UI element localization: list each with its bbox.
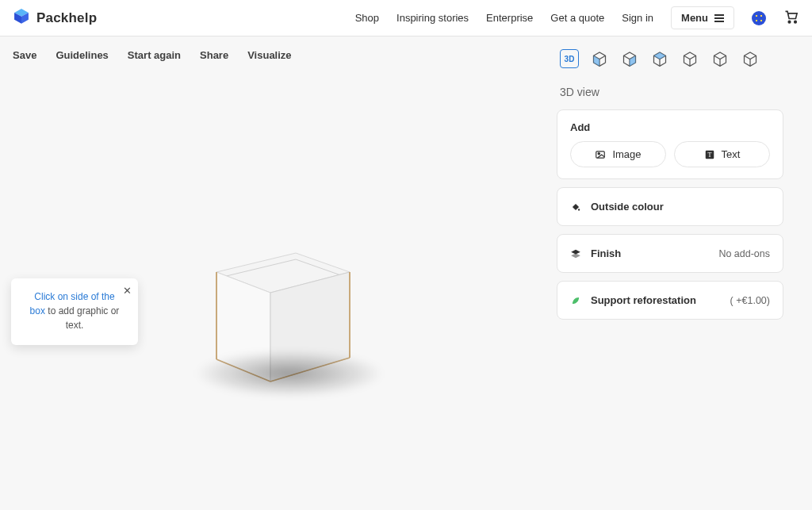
view-tab-left[interactable] <box>650 49 669 68</box>
hint-tooltip: ✕ Click on side of the box to add graphi… <box>11 278 138 345</box>
view-section-title: 3D view <box>560 86 783 98</box>
view-tab-back[interactable] <box>620 49 639 68</box>
view-tab-bottom[interactable] <box>741 49 760 68</box>
box-logo-icon <box>13 7 30 29</box>
view-tab-3d[interactable]: 3D <box>560 49 579 68</box>
editor-toolbar: Save Guidelines Start again Share Visual… <box>0 36 304 74</box>
reforestation-value: ( +€1.00) <box>730 295 770 306</box>
finish-label: Finish <box>591 247 709 259</box>
svg-point-33 <box>578 209 580 210</box>
svg-marker-22 <box>654 52 666 59</box>
add-text-label: Text <box>722 148 741 160</box>
svg-point-3 <box>788 21 791 22</box>
svg-point-4 <box>795 21 797 22</box>
region-eu-icon[interactable] <box>752 11 766 25</box>
view-tab-3d-label: 3D <box>565 55 575 63</box>
outside-colour-label: Outside colour <box>591 201 770 213</box>
paint-bucket-icon <box>570 201 581 213</box>
close-icon[interactable]: ✕ <box>123 283 132 299</box>
menu-button-label: Menu <box>681 12 708 24</box>
view-tab-top[interactable] <box>710 49 730 68</box>
toolbar-save[interactable]: Save <box>13 49 36 61</box>
toolbar-start-again[interactable]: Start again <box>128 49 181 61</box>
nav-shop[interactable]: Shop <box>355 12 379 24</box>
svg-point-30 <box>599 152 600 154</box>
finish-row[interactable]: Finish No add-ons <box>557 234 783 273</box>
nav-get-a-quote[interactable]: Get a quote <box>550 12 604 24</box>
view-tabs: 3D <box>557 49 783 68</box>
brand-name: Packhelp <box>36 10 97 26</box>
toolbar-share[interactable]: Share <box>200 49 228 61</box>
svg-marker-35 <box>571 253 580 258</box>
add-image-label: Image <box>612 148 641 160</box>
add-heading: Add <box>570 121 770 133</box>
cart-icon[interactable] <box>783 9 799 27</box>
app-header: Packhelp Shop Inspiring stories Enterpri… <box>0 0 812 36</box>
hamburger-icon <box>714 14 724 22</box>
leaf-icon <box>570 295 581 306</box>
svg-rect-29 <box>596 151 605 157</box>
toolbar-guidelines[interactable]: Guidelines <box>56 49 108 61</box>
svg-text:T: T <box>707 151 711 158</box>
view-tab-right[interactable] <box>680 49 699 68</box>
text-icon: T <box>704 149 715 160</box>
layers-icon <box>570 248 581 259</box>
hint-rest: to add graphic or text. <box>45 305 119 331</box>
nav-enterprise[interactable]: Enterprise <box>486 12 533 24</box>
nav-sign-in[interactable]: Sign in <box>622 12 653 24</box>
add-panel: Add Image T Text <box>557 109 783 179</box>
support-reforestation-row[interactable]: Support reforestation ( +€1.00) <box>557 281 783 320</box>
menu-button[interactable]: Menu <box>671 6 734 29</box>
reforestation-label: Support reforestation <box>591 294 721 306</box>
add-image-button[interactable]: Image <box>570 141 666 167</box>
brand-logo[interactable]: Packhelp <box>13 7 97 29</box>
add-text-button[interactable]: T Text <box>674 141 770 167</box>
box-shadow <box>194 350 385 397</box>
editor-canvas[interactable]: Save Guidelines Start again Share Visual… <box>0 36 547 510</box>
nav-inspiring-stories[interactable]: Inspiring stories <box>396 12 469 24</box>
product-3d-box[interactable] <box>194 231 361 389</box>
outside-colour-row[interactable]: Outside colour <box>557 187 783 226</box>
finish-value: No add-ons <box>718 248 770 259</box>
toolbar-visualize[interactable]: Visualize <box>247 49 291 61</box>
image-icon <box>595 149 606 160</box>
view-tab-front[interactable] <box>590 49 609 68</box>
side-panel: 3D 3D view Add <box>547 36 812 510</box>
